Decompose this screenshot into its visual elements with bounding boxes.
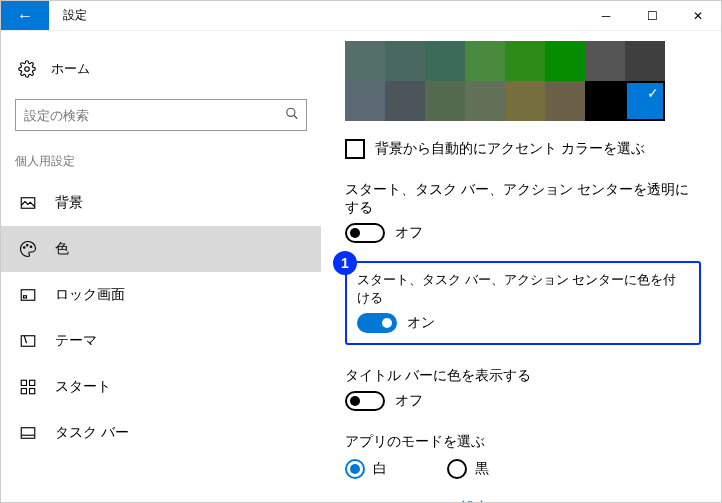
svg-point-4 <box>24 247 26 249</box>
setting-transparency: スタート、タスク バー、アクション センターを透明にする オフ <box>345 181 701 243</box>
sidebar-item-label: 色 <box>55 240 69 258</box>
color-swatch[interactable] <box>345 41 385 81</box>
color-swatch[interactable] <box>545 41 585 81</box>
toggle-titlebar-color[interactable] <box>345 391 385 411</box>
home-link[interactable]: ホーム <box>1 49 321 89</box>
svg-rect-8 <box>24 296 27 298</box>
radio-icon[interactable] <box>345 459 365 479</box>
window-title: 設定 <box>49 1 583 30</box>
home-label: ホーム <box>51 60 90 78</box>
svg-rect-13 <box>30 389 35 394</box>
picture-icon <box>17 192 39 214</box>
high-contrast-link[interactable]: ハイ コントラスト設定 <box>345 499 489 502</box>
sidebar-item-background[interactable]: 背景 <box>1 180 321 226</box>
category-label: 個人用設定 <box>1 147 321 180</box>
maximize-button[interactable]: ☐ <box>629 1 675 30</box>
auto-accent-row[interactable]: 背景から自動的にアクセント カラーを選ぶ <box>345 139 701 159</box>
toggle-state: オフ <box>395 224 423 242</box>
palette-icon <box>17 238 39 260</box>
toggle-state: オン <box>407 314 435 332</box>
close-button[interactable]: ✕ <box>675 1 721 30</box>
svg-point-6 <box>30 246 32 248</box>
start-icon <box>17 376 39 398</box>
sidebar-item-label: ロック画面 <box>55 286 125 304</box>
color-swatch[interactable] <box>425 41 465 81</box>
annotation-highlight: 1 スタート、タスク バー、アクション センターに色を付ける オン <box>345 261 701 345</box>
svg-point-0 <box>25 67 30 72</box>
setting-label: スタート、タスク バー、アクション センターを透明にする <box>345 181 701 217</box>
sidebar-item-colors[interactable]: 色 <box>1 226 321 272</box>
svg-rect-12 <box>21 389 26 394</box>
color-swatch-grid <box>345 41 701 121</box>
radio-dark[interactable]: 黒 <box>447 459 489 479</box>
sidebar-item-themes[interactable]: テーマ <box>1 318 321 364</box>
svg-rect-9 <box>21 336 35 347</box>
sidebar-item-start[interactable]: スタート <box>1 364 321 410</box>
svg-line-2 <box>294 115 298 119</box>
back-button[interactable]: ← <box>1 1 49 30</box>
window-controls: ─ ☐ ✕ <box>583 1 721 30</box>
lockscreen-icon <box>17 284 39 306</box>
toggle-transparency[interactable] <box>345 223 385 243</box>
color-swatch[interactable] <box>545 81 585 121</box>
color-swatch[interactable] <box>385 41 425 81</box>
sidebar-item-lockscreen[interactable]: ロック画面 <box>1 272 321 318</box>
theme-icon <box>17 330 39 352</box>
sidebar-item-label: 背景 <box>55 194 83 212</box>
color-swatch[interactable] <box>585 41 625 81</box>
arrow-left-icon: ← <box>17 7 33 25</box>
svg-point-5 <box>27 245 29 247</box>
color-swatch[interactable] <box>385 81 425 121</box>
search-icon <box>285 107 299 124</box>
color-swatch[interactable] <box>625 41 665 81</box>
color-swatch[interactable] <box>345 81 385 121</box>
setting-label: アプリのモードを選ぶ <box>345 433 701 451</box>
color-swatch[interactable] <box>465 41 505 81</box>
titlebar: ← 設定 ─ ☐ ✕ <box>1 1 721 31</box>
svg-rect-14 <box>21 428 35 439</box>
svg-point-1 <box>287 108 295 116</box>
radio-icon[interactable] <box>447 459 467 479</box>
taskbar-icon <box>17 422 39 444</box>
toggle-accent-surfaces[interactable] <box>357 313 397 333</box>
auto-accent-label: 背景から自動的にアクセント カラーを選ぶ <box>375 140 645 158</box>
gear-icon <box>17 59 37 79</box>
annotation-badge: 1 <box>333 251 357 275</box>
svg-rect-11 <box>30 380 35 385</box>
color-swatch[interactable] <box>625 81 665 121</box>
sidebar-item-label: スタート <box>55 378 111 396</box>
sidebar: ホーム 個人用設定 背景 色 <box>1 31 321 502</box>
color-swatch[interactable] <box>425 81 465 121</box>
setting-label: スタート、タスク バー、アクション センターに色を付ける <box>357 271 689 307</box>
setting-titlebar-color: タイトル バーに色を表示する オフ <box>345 367 701 411</box>
radio-light[interactable]: 白 <box>345 459 387 479</box>
content-pane: 背景から自動的にアクセント カラーを選ぶ スタート、タスク バー、アクション セ… <box>321 31 721 502</box>
sidebar-item-taskbar[interactable]: タスク バー <box>1 410 321 456</box>
toggle-state: オフ <box>395 392 423 410</box>
radio-label: 黒 <box>475 460 489 478</box>
minimize-button[interactable]: ─ <box>583 1 629 30</box>
svg-rect-7 <box>21 290 35 301</box>
color-swatch[interactable] <box>585 81 625 121</box>
sidebar-item-label: タスク バー <box>55 424 129 442</box>
svg-rect-10 <box>21 380 26 385</box>
color-swatch[interactable] <box>505 81 545 121</box>
checkbox-icon[interactable] <box>345 139 365 159</box>
radio-label: 白 <box>373 460 387 478</box>
color-swatch[interactable] <box>505 41 545 81</box>
search-input[interactable] <box>15 99 307 131</box>
sidebar-item-label: テーマ <box>55 332 97 350</box>
setting-app-mode: アプリのモードを選ぶ 白 黒 <box>345 433 701 479</box>
setting-label: タイトル バーに色を表示する <box>345 367 701 385</box>
color-swatch[interactable] <box>465 81 505 121</box>
